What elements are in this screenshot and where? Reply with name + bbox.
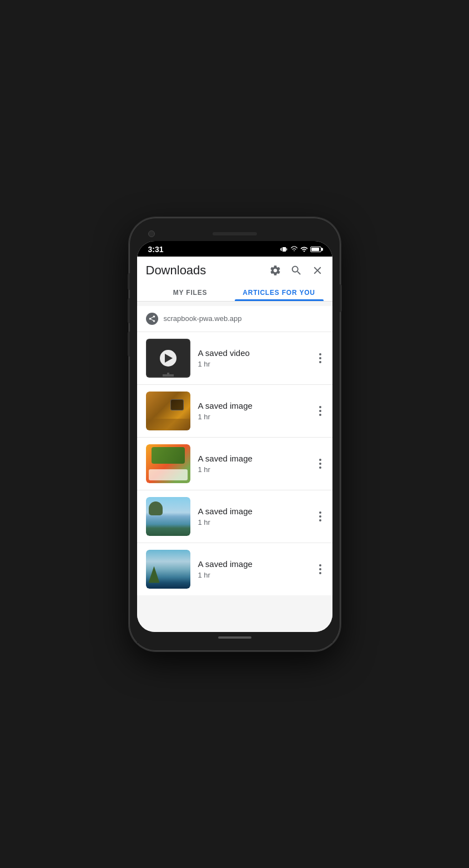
item-info: A saved image 1 hr bbox=[198, 454, 309, 474]
video-thumb bbox=[146, 339, 190, 378]
source-header: scrapbook-pwa.web.app bbox=[137, 306, 332, 332]
wifi-icon bbox=[290, 245, 298, 253]
vibrate-icon bbox=[280, 245, 288, 253]
app-header: Downloads bbox=[137, 257, 332, 302]
phone-bottom-bar bbox=[137, 632, 332, 643]
three-dots-icon bbox=[319, 406, 321, 416]
item-meta: 1 hr bbox=[198, 518, 309, 526]
item-info: A saved image 1 hr bbox=[198, 559, 309, 579]
signal-icon bbox=[300, 245, 308, 253]
status-bar: 3:31 bbox=[137, 241, 332, 257]
list-item[interactable]: A saved image 1 hr bbox=[137, 543, 332, 595]
list-item[interactable]: A saved video 1 hr bbox=[137, 332, 332, 385]
item-title: A saved image bbox=[198, 454, 309, 463]
item-menu-button[interactable] bbox=[317, 509, 324, 524]
item-thumbnail-food bbox=[146, 444, 190, 483]
header-top: Downloads bbox=[146, 263, 324, 278]
item-thumbnail-orange bbox=[146, 392, 190, 430]
item-thumbnail-landscape bbox=[146, 497, 190, 536]
thumb-orange bbox=[146, 392, 190, 430]
phone-frame: 3:31 bbox=[129, 218, 340, 651]
three-dots-icon bbox=[319, 511, 321, 521]
list-item[interactable]: A saved image 1 hr bbox=[137, 385, 332, 438]
item-meta: 1 hr bbox=[198, 465, 309, 474]
notch-area bbox=[137, 225, 332, 241]
tab-my-files[interactable]: MY FILES bbox=[146, 283, 235, 301]
share-icon bbox=[148, 315, 156, 323]
item-info: A saved image 1 hr bbox=[198, 401, 309, 421]
item-meta: 1 hr bbox=[198, 571, 309, 579]
gear-icon bbox=[269, 264, 281, 277]
item-meta: 1 hr bbox=[198, 360, 309, 368]
header-actions bbox=[269, 264, 324, 277]
phone-screen: 3:31 bbox=[137, 241, 332, 632]
item-menu-button[interactable] bbox=[317, 562, 324, 576]
list-item[interactable]: A saved image 1 hr bbox=[137, 490, 332, 543]
front-camera bbox=[148, 230, 155, 237]
close-icon bbox=[311, 264, 324, 277]
thumb-food bbox=[146, 444, 190, 483]
item-meta: 1 hr bbox=[198, 413, 309, 421]
item-menu-button[interactable] bbox=[317, 404, 324, 418]
app-title: Downloads bbox=[146, 263, 206, 278]
bottom-indicator bbox=[218, 636, 251, 639]
item-title: A saved image bbox=[198, 401, 309, 410]
settings-button[interactable] bbox=[269, 264, 281, 277]
content-area: scrapbook-pwa.web.app A saved video 1 hr bbox=[137, 302, 332, 632]
tabs: MY FILES ARTICLES FOR YOU bbox=[146, 283, 324, 301]
thumb-landscape bbox=[146, 497, 190, 536]
silent-button bbox=[128, 273, 130, 290]
item-menu-button[interactable] bbox=[317, 456, 324, 471]
three-dots-icon bbox=[319, 564, 321, 574]
play-icon bbox=[160, 350, 176, 367]
power-button bbox=[340, 284, 342, 312]
speaker bbox=[213, 232, 257, 235]
thumb-landscape2 bbox=[146, 550, 190, 589]
search-button[interactable] bbox=[290, 264, 302, 277]
item-title: A saved image bbox=[198, 506, 309, 516]
status-icons bbox=[280, 245, 321, 253]
item-thumbnail-landscape2 bbox=[146, 550, 190, 589]
source-name: scrapbook-pwa.web.app bbox=[164, 314, 242, 323]
battery-icon bbox=[310, 247, 321, 252]
volume-down-button bbox=[128, 332, 130, 357]
item-info: A saved image 1 hr bbox=[198, 506, 309, 526]
item-title: A saved video bbox=[198, 348, 309, 358]
item-title: A saved image bbox=[198, 559, 309, 569]
three-dots-icon bbox=[319, 353, 321, 363]
volume-up-button bbox=[128, 298, 130, 323]
source-icon bbox=[146, 313, 158, 325]
status-time: 3:31 bbox=[148, 245, 164, 254]
list-item[interactable]: A saved image 1 hr bbox=[137, 438, 332, 490]
search-icon bbox=[290, 264, 302, 277]
monitor-base bbox=[163, 374, 174, 377]
play-triangle bbox=[165, 354, 173, 363]
close-button[interactable] bbox=[311, 264, 324, 277]
tab-articles-for-you[interactable]: ARTICLES FOR YOU bbox=[235, 283, 324, 301]
three-dots-icon bbox=[319, 459, 321, 469]
item-info: A saved video 1 hr bbox=[198, 348, 309, 368]
item-menu-button[interactable] bbox=[317, 351, 324, 365]
item-thumbnail-video bbox=[146, 339, 190, 378]
